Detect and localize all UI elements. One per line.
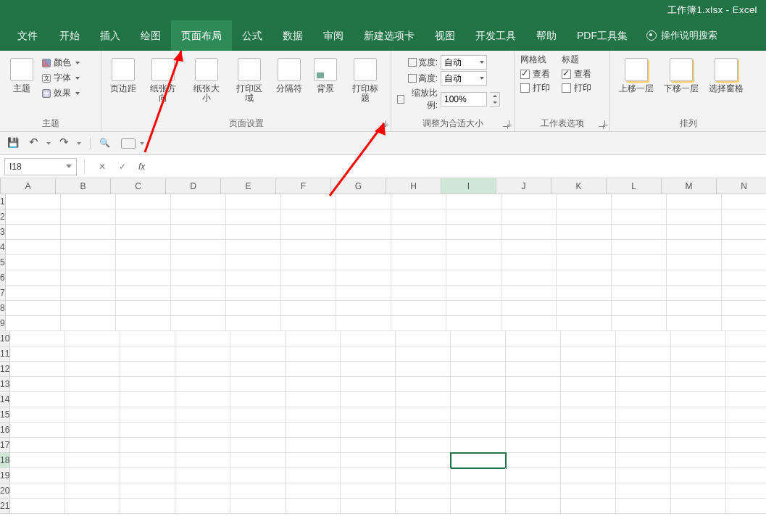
cell[interactable]: [612, 209, 667, 225]
cell[interactable]: [116, 316, 171, 331]
cell[interactable]: [281, 270, 336, 286]
cell[interactable]: [446, 255, 501, 270]
cell[interactable]: [396, 499, 451, 514]
cell[interactable]: [446, 225, 501, 240]
cell[interactable]: [612, 270, 667, 286]
cell[interactable]: [230, 483, 286, 499]
cell[interactable]: [451, 362, 506, 377]
cell[interactable]: [226, 225, 281, 240]
cell[interactable]: [230, 331, 286, 346]
cell[interactable]: [61, 225, 116, 240]
cell[interactable]: [336, 240, 391, 255]
cell[interactable]: [722, 270, 766, 286]
cell[interactable]: [6, 194, 61, 209]
row-header[interactable]: 4: [0, 240, 6, 255]
cell[interactable]: [722, 225, 766, 240]
cell[interactable]: [451, 392, 506, 407]
cell[interactable]: [671, 331, 726, 346]
cell[interactable]: [616, 499, 671, 514]
cell[interactable]: [341, 483, 396, 499]
row-header[interactable]: 8: [0, 301, 6, 316]
cell[interactable]: [446, 301, 501, 316]
cell[interactable]: [61, 301, 116, 316]
cell[interactable]: [286, 483, 341, 499]
cell[interactable]: [501, 225, 557, 240]
name-box[interactable]: I18: [4, 158, 77, 175]
effects-button[interactable]: 效果: [42, 86, 80, 101]
cell[interactable]: [175, 346, 230, 362]
tab-insert[interactable]: 插入: [90, 20, 130, 51]
tab-view[interactable]: 视图: [425, 20, 465, 51]
cell[interactable]: [10, 423, 65, 438]
cell[interactable]: [286, 392, 341, 407]
cell[interactable]: [341, 346, 396, 362]
cell[interactable]: [175, 392, 230, 407]
cell[interactable]: [671, 362, 726, 377]
cell[interactable]: [65, 438, 120, 453]
cell[interactable]: [391, 286, 446, 301]
cell[interactable]: [506, 499, 561, 514]
cell[interactable]: [10, 377, 65, 392]
row-header[interactable]: 11: [0, 346, 10, 362]
cell[interactable]: [65, 468, 120, 483]
cell[interactable]: [451, 483, 506, 499]
cell[interactable]: [286, 453, 341, 468]
cell[interactable]: [616, 468, 671, 483]
cell[interactable]: [120, 483, 175, 499]
cell[interactable]: [722, 301, 766, 316]
cell[interactable]: [561, 346, 616, 362]
cell[interactable]: [341, 423, 396, 438]
cell[interactable]: [671, 346, 726, 362]
cell[interactable]: [61, 316, 116, 331]
cell[interactable]: [281, 286, 336, 301]
column-header[interactable]: J: [496, 178, 551, 194]
column-header[interactable]: G: [331, 178, 386, 194]
cell[interactable]: [120, 392, 175, 407]
cell[interactable]: [671, 438, 726, 453]
cell[interactable]: [61, 240, 116, 255]
size-button[interactable]: 纸张大小: [187, 54, 226, 104]
cell[interactable]: [726, 331, 766, 346]
cell[interactable]: [286, 438, 341, 453]
cell[interactable]: [667, 209, 722, 225]
cell[interactable]: [65, 331, 120, 346]
column-header[interactable]: C: [111, 178, 166, 194]
cell[interactable]: [726, 483, 766, 499]
cell[interactable]: [116, 301, 171, 316]
cell[interactable]: [557, 240, 612, 255]
cell[interactable]: [6, 240, 61, 255]
cell[interactable]: [726, 346, 766, 362]
cell[interactable]: [396, 423, 451, 438]
cell[interactable]: [667, 194, 722, 209]
cell[interactable]: [336, 301, 391, 316]
cell[interactable]: [391, 316, 446, 331]
cell[interactable]: [341, 362, 396, 377]
cell[interactable]: [10, 407, 65, 423]
cell[interactable]: [171, 286, 226, 301]
cell[interactable]: [616, 453, 671, 468]
row-header[interactable]: 1: [0, 194, 6, 209]
cell[interactable]: [616, 483, 671, 499]
cell[interactable]: [612, 225, 667, 240]
cell[interactable]: [120, 423, 175, 438]
cell[interactable]: [726, 392, 766, 407]
cell[interactable]: [612, 240, 667, 255]
cell[interactable]: [557, 255, 612, 270]
scale-to-fit-launcher[interactable]: [501, 119, 512, 129]
row-header[interactable]: 13: [0, 377, 10, 392]
cell[interactable]: [722, 240, 766, 255]
sheet-options-launcher[interactable]: [597, 119, 607, 129]
cell[interactable]: [501, 209, 557, 225]
cell[interactable]: [451, 331, 506, 346]
cell[interactable]: [391, 240, 446, 255]
cell[interactable]: [10, 392, 65, 407]
cell[interactable]: [726, 407, 766, 423]
cell[interactable]: [391, 209, 446, 225]
print-titles-button[interactable]: 打印标题: [346, 54, 385, 104]
cell[interactable]: [230, 362, 286, 377]
redo-dropdown-caret-icon[interactable]: [77, 142, 81, 145]
cell[interactable]: [561, 392, 616, 407]
cell[interactable]: [336, 316, 391, 331]
dropdown-caret-icon[interactable]: [480, 61, 484, 64]
cell[interactable]: [722, 286, 766, 301]
